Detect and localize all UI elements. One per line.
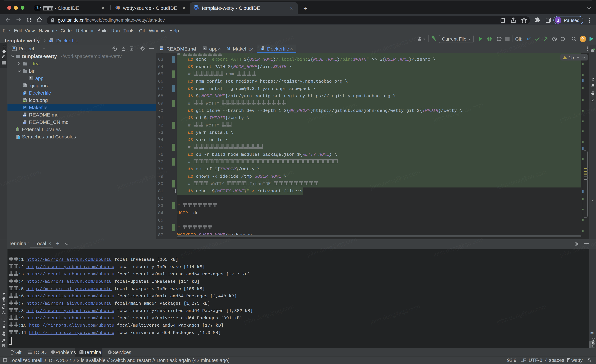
- svg-text:M: M: [23, 105, 27, 110]
- svg-text:D: D: [261, 48, 263, 50]
- svg-text:D: D: [50, 40, 51, 42]
- svg-text:MD: MD: [160, 49, 163, 50]
- svg-text:D: D: [24, 93, 25, 95]
- svg-text:MD: MD: [23, 115, 26, 116]
- svg-text:us: us: [117, 7, 119, 9]
- svg-text:MD: MD: [23, 122, 26, 124]
- svg-text:M: M: [227, 46, 230, 51]
